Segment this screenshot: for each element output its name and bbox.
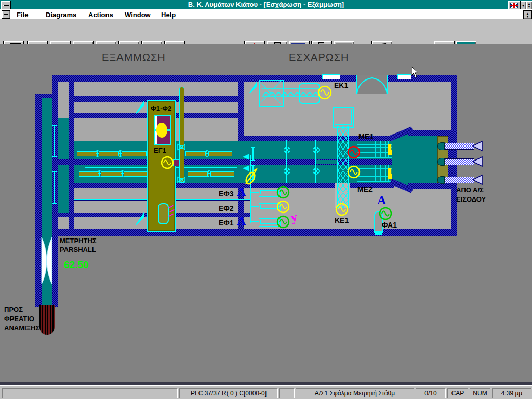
menu-bar: File Diagrams Actions Window Help ▲▼ bbox=[0, 9, 532, 20]
child-restore-button[interactable]: ▲▼ bbox=[523, 10, 532, 19]
me1-status-icon[interactable] bbox=[348, 147, 360, 158]
parshall-throat-icon bbox=[42, 237, 52, 284]
rail-coupling-icon bbox=[178, 144, 185, 182]
ek1-status-icon[interactable] bbox=[318, 86, 331, 99]
menu-file[interactable]: File bbox=[15, 10, 30, 20]
child-system-dash-icon bbox=[4, 14, 8, 15]
down-arrow-icon: ▼ bbox=[528, 5, 531, 8]
child-system-menu-button[interactable] bbox=[2, 10, 10, 19]
uk-flag-icon bbox=[510, 3, 518, 8]
down-arrow-icon: ▼ bbox=[526, 15, 529, 18]
mouse-cursor bbox=[411, 66, 418, 77]
menu-window[interactable]: Window bbox=[123, 10, 153, 20]
ke1-status-icon[interactable] bbox=[336, 204, 348, 215]
toolbar: 1 2 3 4 5 6 7 ! ΤΙΜΕΣ 12:34 bbox=[0, 19, 532, 45]
hook-icon bbox=[136, 83, 257, 225]
status-panel-plc: PLC 37/37 R( 0 ) C[0000-0] bbox=[179, 388, 278, 398]
ek1-screw-icon bbox=[260, 81, 320, 104]
fa1-status-icon[interactable] bbox=[380, 208, 391, 219]
ef2-status-icon[interactable] bbox=[277, 201, 289, 212]
restore-button[interactable]: ▲▼ bbox=[526, 1, 532, 10]
client-bottom-edge bbox=[0, 382, 532, 385]
language-flag-button[interactable] bbox=[508, 1, 521, 10]
status-bar: PLC 37/37 R( 0 ) C[0000-0] Α/Σ1 Σφάλμα Μ… bbox=[0, 385, 532, 399]
status-panel-numlock: NUM bbox=[470, 388, 490, 398]
menu-actions[interactable]: Actions bbox=[86, 10, 115, 20]
eg1-status-icon[interactable] bbox=[162, 157, 173, 168]
down-arrow-icon: ▼ bbox=[522, 4, 525, 7]
window-title: Β. Κ. Λυμάτων Κιάτου - [Εσχάρωση - Εξάμμ… bbox=[0, 1, 532, 8]
title-bar: Β. Κ. Λυμάτων Κιάτου - [Εσχάρωση - Εξάμμ… bbox=[0, 0, 532, 9]
status-panel-capslock: CAP bbox=[447, 388, 468, 398]
status-panel-spare bbox=[279, 388, 295, 398]
ef3-status-icon[interactable] bbox=[277, 187, 289, 198]
status-panel-alarm: Α/Σ1 Σφάλμα Μετρητή Στάθμ bbox=[296, 388, 414, 398]
application-window: Β. Κ. Λυμάτων Κιάτου - [Εσχάρωση - Εξάμμ… bbox=[0, 0, 532, 399]
status-panel-clock: 4:39 μμ bbox=[492, 388, 531, 398]
me2-status-icon[interactable] bbox=[348, 166, 360, 178]
process-diagram: ΕΞΑΜΜΩΣΗ ΕΣΧΑΡΩΣΗ bbox=[0, 44, 532, 382]
door-icon bbox=[356, 75, 388, 94]
menu-help[interactable]: Help bbox=[159, 10, 178, 20]
diagram-vector-overlay bbox=[0, 44, 532, 382]
menu-diagrams[interactable]: Diagrams bbox=[44, 10, 78, 20]
ef1-status-icon[interactable] bbox=[277, 216, 289, 228]
inlet-flow-arrow-icon bbox=[473, 141, 482, 184]
status-panel-counter: 0/10 bbox=[416, 388, 446, 398]
bypass-gate-icon[interactable] bbox=[244, 168, 258, 185]
status-panel-empty bbox=[2, 388, 178, 398]
